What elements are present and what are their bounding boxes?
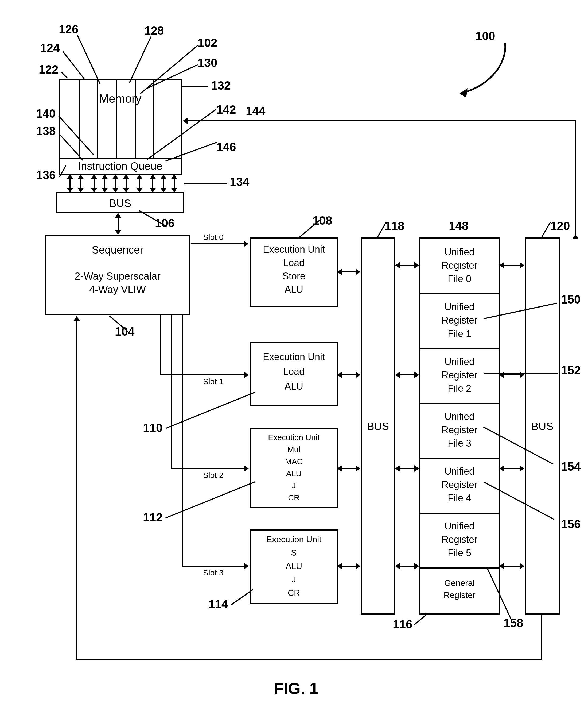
eu2-title: Execution Unit: [251, 433, 337, 442]
label-158: 158: [504, 616, 523, 630]
reg-bus-arrow: [504, 468, 520, 469]
mem-bus-arrow: [80, 179, 81, 188]
eu2-e: CR: [251, 493, 337, 502]
reg1-c: File 1: [420, 328, 499, 339]
reg4-b: Register: [420, 479, 499, 490]
slot2-label: Slot 2: [203, 470, 224, 480]
reg5-c: File 5: [420, 547, 499, 559]
label-106: 106: [155, 217, 174, 230]
eu3-b: ALU: [251, 561, 337, 571]
label-104: 104: [115, 325, 134, 338]
eu1-bus-arrow: [341, 374, 356, 376]
label-110: 110: [143, 421, 163, 435]
reg4-c: File 4: [420, 493, 499, 504]
bus-middle: BUS: [361, 238, 395, 615]
label-132: 132: [211, 79, 231, 92]
eu3-a: S: [251, 548, 337, 558]
bus-reg-arrow: [399, 468, 415, 469]
feedback-arrow: [76, 320, 77, 660]
mem-bus-arrow: [174, 179, 175, 188]
reg-bus-arrow: [504, 374, 520, 376]
reg0-b: Register: [420, 260, 499, 271]
eu0-c: ALU: [251, 284, 337, 295]
execution-unit-2: Execution Unit Mul MAC ALU J CR: [250, 428, 338, 508]
execution-unit-3: Execution Unit S ALU J CR: [250, 529, 338, 604]
label-130: 130: [198, 56, 217, 69]
bus-right: BUS: [525, 238, 560, 615]
arrow-100-icon: [412, 37, 518, 104]
eu0-bus-arrow: [341, 272, 356, 273]
reg0-a: Unified: [420, 246, 499, 258]
mem-bus-arrow: [93, 179, 94, 188]
instruction-queue-label: Instruction Queue: [60, 160, 181, 172]
figure-title: FIG. 1: [274, 679, 318, 698]
mem-bus-arrow: [163, 179, 164, 188]
slot3-label: Slot 3: [203, 568, 224, 577]
label-122: 122: [39, 63, 58, 76]
label-140: 140: [36, 107, 56, 120]
reg2-a: Unified: [420, 356, 499, 367]
label-138: 138: [36, 124, 56, 138]
reg-bus-arrow: [504, 265, 520, 266]
svg-marker-0: [460, 88, 467, 98]
label-136: 136: [36, 168, 56, 182]
bus-right-label: BUS: [526, 420, 559, 433]
eu0-a: Load: [251, 257, 337, 268]
reg-bus-arrow: [504, 565, 520, 567]
label-156: 156: [561, 517, 581, 531]
slot0-label: Slot 0: [203, 233, 224, 242]
seq-slot1-line: [160, 374, 245, 376]
label-150: 150: [561, 293, 581, 306]
eu3-title: Execution Unit: [251, 535, 337, 544]
sequencer-title: Sequencer: [46, 244, 189, 256]
execution-unit-1: Execution Unit Load ALU: [250, 342, 338, 406]
reg5-a: Unified: [420, 521, 499, 532]
label-102: 102: [198, 36, 217, 49]
label-124: 124: [40, 41, 60, 55]
bus-label: BUS: [57, 197, 183, 209]
mem-bus-arrow: [126, 179, 127, 188]
reg1-a: Unified: [420, 301, 499, 313]
reg-gen: General: [420, 578, 499, 588]
label-152: 152: [561, 364, 581, 377]
sequencer-block: Sequencer 2-Way Superscalar 4-Way VLIW: [45, 235, 190, 315]
mem-to-right-bus-v: [575, 120, 576, 238]
eu2-c: ALU: [251, 469, 337, 478]
reg0-c: File 0: [420, 273, 499, 284]
register-column: Unified Register File 0 Unified Register…: [419, 238, 500, 615]
mem-bus-arrow: [69, 179, 70, 188]
eu3-c: J: [251, 575, 337, 585]
label-118: 118: [385, 219, 404, 233]
memory-title: Memory: [60, 92, 181, 105]
eu0-b: Store: [251, 270, 337, 282]
sequencer-sub1: 2-Way Superscalar: [46, 270, 189, 282]
mem-bus-arrow: [115, 179, 116, 188]
seq-slot0-line: [191, 243, 244, 244]
label-134: 134: [230, 175, 249, 188]
feedback-line: [541, 615, 542, 660]
eu2-a: Mul: [251, 445, 337, 454]
label-146: 146: [216, 140, 236, 154]
bus-middle-label: BUS: [362, 420, 394, 433]
bus-reg-arrow: [399, 565, 415, 567]
reg3-c: File 3: [420, 438, 499, 449]
eu2-bus-arrow: [341, 468, 356, 469]
label-148: 148: [449, 219, 468, 233]
reg3-b: Register: [420, 424, 499, 436]
mem-to-right-bus-line: [187, 120, 576, 121]
eu2-d: J: [251, 481, 337, 490]
eu3-d: CR: [251, 588, 337, 598]
bus-reg-arrow: [399, 265, 415, 266]
eu1-b: ALU: [251, 381, 337, 392]
execution-unit-0: Execution Unit Load Store ALU: [250, 238, 338, 307]
reg5-b: Register: [420, 534, 499, 545]
eu1-a: Load: [251, 366, 337, 377]
reg3-a: Unified: [420, 411, 499, 422]
reg-gen2: Register: [420, 590, 499, 600]
mem-bus-arrow: [104, 179, 105, 188]
eu2-b: MAC: [251, 457, 337, 466]
label-126: 126: [59, 23, 78, 36]
feedback-line: [76, 659, 542, 660]
eu1-title: Execution Unit: [251, 352, 337, 363]
mem-bus-arrow: [139, 179, 140, 188]
